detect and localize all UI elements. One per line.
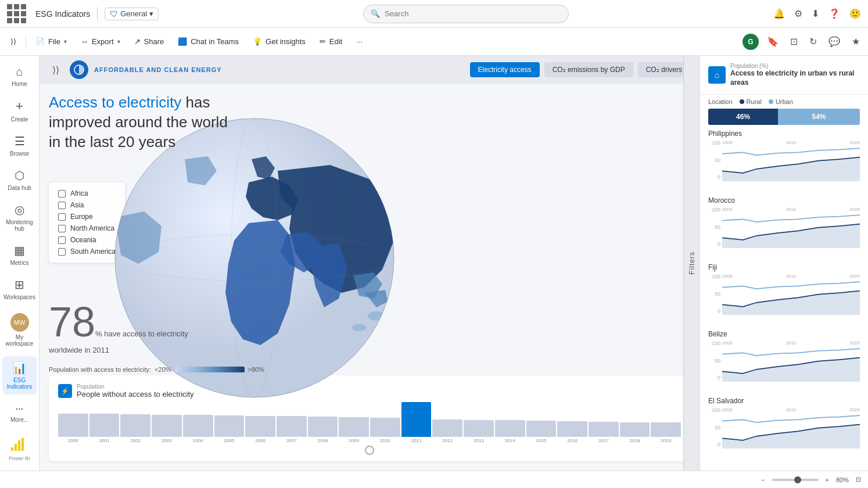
europe-checkbox[interactable] xyxy=(58,213,66,221)
bar-item-2009[interactable] xyxy=(339,417,369,437)
smiley-icon[interactable]: 🙂 xyxy=(849,8,861,19)
bell-icon[interactable]: 🔔 xyxy=(773,8,785,19)
edit-button[interactable]: ✏ Edit xyxy=(314,34,348,49)
right-panel-title: Access to electricity in urban vs rural … xyxy=(730,69,860,87)
search-input[interactable] xyxy=(385,9,561,18)
bar-label-2017: 2017 xyxy=(589,438,619,443)
oceania-checkbox[interactable] xyxy=(58,236,66,244)
help-icon[interactable]: ❓ xyxy=(828,8,840,19)
africa-checkbox[interactable] xyxy=(58,190,66,198)
sidebar-item-data-hub[interactable]: ⬡ Data hub xyxy=(2,164,37,196)
bar-item-2017[interactable] xyxy=(589,422,619,437)
fit-screen-icon[interactable]: ⊡ xyxy=(856,476,861,483)
svg-rect-2 xyxy=(18,440,20,451)
more-options-button[interactable]: ··· xyxy=(350,34,368,49)
bar-item-2012[interactable] xyxy=(432,419,462,437)
minus-icon[interactable]: − xyxy=(761,476,765,483)
app-grid-icon[interactable] xyxy=(7,4,26,23)
stats-pct-text: % have access to electricity xyxy=(95,329,188,338)
bar-item-2006[interactable] xyxy=(245,416,275,437)
bar-item-2007[interactable] xyxy=(277,416,307,437)
view-toggle-button[interactable]: ⊡ xyxy=(787,33,801,51)
sidebar-item-metrics[interactable]: ▦ Metrics xyxy=(2,239,37,271)
sidebar-item-create[interactable]: + Create xyxy=(2,94,37,127)
sidebar-item-more[interactable]: ··· More... xyxy=(2,399,37,428)
bar-label-2003: 2003 xyxy=(152,438,182,443)
bar-label-2009: 2009 xyxy=(339,438,369,443)
zoom-slider-thumb[interactable] xyxy=(794,476,801,483)
chat-teams-button[interactable]: 🟦 Chat in Teams xyxy=(172,34,245,49)
bookmark2-button[interactable]: ★ xyxy=(848,33,863,51)
bar-item-2016[interactable] xyxy=(557,421,587,437)
bar-item-2005[interactable] xyxy=(214,415,245,437)
country-chart-morocco: Morocco100500200020102020 xyxy=(708,196,860,256)
more-icon: ··· xyxy=(16,404,23,414)
plus-icon[interactable]: + xyxy=(826,476,829,483)
bookmark-button[interactable]: 🔖 xyxy=(763,33,782,51)
zoom-slider[interactable] xyxy=(772,479,819,481)
expand-nav-button[interactable]: ⟩⟩ xyxy=(49,63,63,77)
bar-item-2013[interactable] xyxy=(464,420,494,437)
download-icon[interactable]: ⬇ xyxy=(812,8,819,19)
export-button[interactable]: ↔ Export ▾ xyxy=(75,34,126,49)
legend-north-america[interactable]: North America xyxy=(58,224,116,232)
bar-item-2018[interactable] xyxy=(620,422,650,437)
file-button[interactable]: 📄 File ▾ xyxy=(30,34,73,49)
bar-item-2002[interactable] xyxy=(120,414,150,437)
bar-label-2005: 2005 xyxy=(214,438,245,443)
share-button[interactable]: ↗ Share xyxy=(128,34,170,49)
globe-container xyxy=(109,113,400,403)
bar-item-2011[interactable] xyxy=(401,402,432,437)
org-selector[interactable]: 🛡 General ▾ xyxy=(105,8,159,20)
collapse-nav-button[interactable]: ⟩⟩ xyxy=(5,34,22,49)
bar-item-2008[interactable] xyxy=(308,417,338,437)
bar-item-2004[interactable] xyxy=(183,415,213,437)
stats-number: 78 xyxy=(49,299,95,345)
comment-button[interactable]: 💬 xyxy=(825,33,844,51)
bar-item-2003[interactable] xyxy=(152,415,182,437)
get-insights-button[interactable]: 💡 Get insights xyxy=(247,34,311,49)
tab-co2-gdp[interactable]: CO₂ emissions by GDP xyxy=(544,62,633,77)
sidebar-item-my-workspace[interactable]: MW My workspace xyxy=(2,308,37,351)
settings-icon[interactable]: ⚙ xyxy=(794,8,802,19)
bar-item-2000[interactable] xyxy=(58,414,88,437)
legend-south-america[interactable]: South America xyxy=(58,247,116,256)
power-bi-logo-area: Power BI xyxy=(9,437,30,461)
sidebar-item-monitoring[interactable]: ◎ Monitoring hub xyxy=(2,198,37,236)
legend-africa[interactable]: Africa xyxy=(58,189,116,198)
sidebar-item-esg[interactable]: 📊 ESG Indicators xyxy=(2,356,37,394)
user-avatar[interactable]: G xyxy=(743,34,759,50)
urban-rural-bar: 46% 54% xyxy=(708,109,860,125)
legend-asia[interactable]: Asia xyxy=(58,201,116,209)
timeline-slider[interactable] xyxy=(365,446,374,455)
south-america-checkbox[interactable] xyxy=(58,248,66,256)
sidebar-item-home[interactable]: ⌂ Home xyxy=(2,60,37,92)
legend-oceania[interactable]: Oceania xyxy=(58,236,116,244)
search-box[interactable]: 🔍 xyxy=(363,5,569,23)
pop-legend-max: >80% xyxy=(248,366,264,373)
sidebar-item-browse[interactable]: ☰ Browse xyxy=(2,130,37,162)
bar-label-2019: 2019 xyxy=(651,438,681,443)
north-america-checkbox[interactable] xyxy=(58,225,66,232)
filters-tab[interactable]: Filters xyxy=(683,56,700,471)
north-america-label: North America xyxy=(70,224,114,232)
asia-checkbox[interactable] xyxy=(58,202,66,209)
bar-item-2010[interactable] xyxy=(370,418,400,437)
topbar: ESG Indicators 🛡 General ▾ 🔍 🔔 ⚙ ⬇ ❓ 🙂 xyxy=(0,0,868,28)
topbar-action-icons: 🔔 ⚙ ⬇ ❓ 🙂 xyxy=(773,8,861,19)
right-panel-header: ⌂ Population (%) Access to electricity i… xyxy=(700,56,868,95)
bar-item-2001[interactable] xyxy=(89,414,120,437)
sidebar-bottom: MW My workspace 📊 ESG Indicators ··· Mor… xyxy=(2,308,37,466)
bar-item-2014[interactable] xyxy=(495,420,525,437)
country-name-4: El Salvador xyxy=(708,397,860,405)
country-name-0: Philippines xyxy=(708,130,860,138)
bar-item-2019[interactable] xyxy=(651,422,681,437)
refresh-button[interactable]: ↻ xyxy=(806,33,820,51)
rural-legend-label: Rural xyxy=(747,98,762,105)
tab-co2-drivers[interactable]: CO₂ drivers xyxy=(638,62,690,77)
bar-item-2015[interactable] xyxy=(526,421,557,437)
legend-europe[interactable]: Europe xyxy=(58,213,116,221)
sidebar-item-workspaces[interactable]: ⊞ Workspaces xyxy=(2,273,37,305)
power-bi-icon xyxy=(9,437,25,453)
tab-electricity-access[interactable]: Electricity access xyxy=(470,62,540,77)
